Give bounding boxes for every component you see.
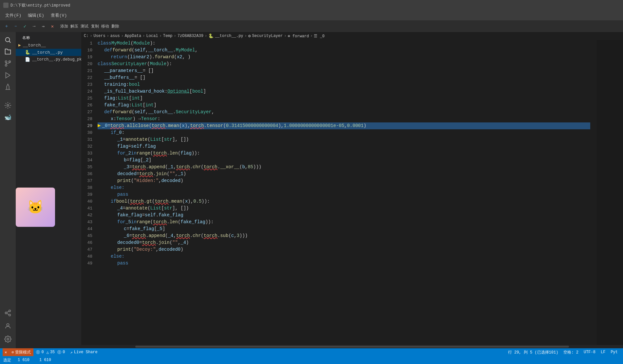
- activity-icon-docker[interactable]: 🐋: [3, 112, 13, 122]
- line-num-20: 20: [84, 61, 92, 67]
- status-close-btn[interactable]: ✕: [3, 348, 9, 356]
- code-line-39: pass: [98, 191, 590, 198]
- code-line-35: _3 = torch.append(_1, torch.chr(torch.__…: [98, 164, 590, 171]
- position-label: 行 29, 列 5 (已选择101): [508, 350, 558, 355]
- status-restricted[interactable]: ⊘ 受限模式: [9, 348, 33, 356]
- info-count: 0: [63, 350, 65, 355]
- line-num-19: 19: [84, 54, 92, 61]
- svg-marker-5: [6, 73, 10, 78]
- line-num-30: 30: [84, 129, 92, 136]
- sidebar-item-torch-py[interactable]: 🐍 __torch__.py: [16, 49, 81, 56]
- line-num-10: 10: [84, 47, 92, 54]
- code-line-47: print("Decoy:", decoded0): [98, 246, 590, 253]
- line-num-45: 45: [84, 232, 92, 239]
- line-num-48: 48: [84, 253, 92, 260]
- sidebar-title: 名称: [16, 32, 81, 42]
- menu-item-edit[interactable]: 编辑(E): [25, 12, 47, 19]
- line-num-27: 27: [84, 109, 92, 116]
- code-content[interactable]: class MyModel(Module): def forward(self,…: [98, 40, 597, 345]
- folder-label: __torch__: [23, 43, 46, 48]
- code-line-44: c = fake_flag[_5]: [98, 226, 590, 232]
- editor-area: C: › Users › asus › AppData › Local › Te…: [81, 32, 623, 348]
- activity-icon-share[interactable]: [3, 308, 13, 318]
- activity-icon-test[interactable]: [3, 82, 13, 92]
- activity-icon-git[interactable]: [3, 58, 13, 69]
- toolbar-forward-btn[interactable]: →: [30, 22, 38, 30]
- activity-icon-settings[interactable]: [3, 334, 13, 344]
- code-line-40: if bool(torch.gt(torch.mean(x), 0.5)):: [98, 198, 590, 205]
- status-encoding[interactable]: UTF-8: [581, 348, 598, 356]
- python-file-icon: 🐍: [25, 50, 30, 55]
- code-line-45: _6 = torch.append(_4, torch.chr(torch.su…: [98, 232, 590, 239]
- svg-point-8: [5, 312, 7, 314]
- breadcrumb: C: › Users › asus › AppData › Local › Te…: [81, 32, 623, 40]
- status-liveshare[interactable]: ↗ Live Share: [68, 348, 100, 356]
- breadcrumb-users: Users: [94, 34, 105, 38]
- torch-debug-label: __torch__.py.debug_pkl: [32, 57, 81, 62]
- breadcrumb-0: ☰ _0: [314, 34, 325, 39]
- line-num-46: 46: [84, 239, 92, 246]
- activity-icon-explorer[interactable]: [3, 46, 13, 57]
- breadcrumb-security: SecurityLayer: [252, 34, 283, 38]
- line-num-47: 47: [84, 246, 92, 253]
- sidebar-item-torch-folder[interactable]: ▶ __torch__: [16, 42, 81, 49]
- code-line-38: else:: [98, 184, 590, 191]
- activity-icon-run[interactable]: [3, 70, 13, 81]
- breadcrumb-class-icon: ⚙: [248, 33, 251, 39]
- line-num-37: 37: [84, 177, 92, 184]
- toolbar-check-btn[interactable]: ✓: [21, 22, 29, 30]
- line-num-43: 43: [84, 219, 92, 226]
- status-position[interactable]: 行 29, 列 5 (已选择101): [505, 348, 561, 356]
- status-indent[interactable]: 空格: 2: [561, 348, 581, 356]
- svg-point-13: [7, 338, 9, 340]
- selection-label: 选定: [3, 357, 11, 363]
- selection-val2: 1 610: [39, 358, 51, 362]
- line-num-24: 24: [84, 88, 92, 95]
- line-num-29: 29: [84, 122, 92, 129]
- status-eol[interactable]: LF: [598, 348, 608, 356]
- code-line-43: for _5 in range(torch.len(fake_flag)):: [98, 219, 590, 226]
- status-language[interactable]: Pyt: [608, 348, 620, 356]
- line-numbers: 1 10 19 20 21 22 23 24 25 26 27 28 29 30…: [81, 40, 98, 345]
- activity-icon-search[interactable]: [3, 35, 13, 45]
- line-num-22: 22: [84, 74, 92, 81]
- sidebar-item-torch-debug[interactable]: 📄 __torch__.py.debug_pkl: [16, 56, 81, 63]
- title-bar-icon: [3, 3, 9, 8]
- line-num-32: 32: [84, 143, 92, 150]
- code-line-22: __buffers__ = []: [98, 74, 590, 81]
- code-line-29: ▶ _0 = torch.allclose(torch.mean(x), tor…: [98, 122, 590, 129]
- breadcrumb-local: Local: [146, 34, 158, 38]
- menu-item-view[interactable]: 查看(V): [48, 12, 69, 19]
- code-editor[interactable]: 1 10 19 20 21 22 23 24 25 26 27 28 29 30…: [81, 40, 623, 345]
- toolbar-stepover-btn[interactable]: ⇒: [39, 22, 47, 30]
- svg-point-6: [7, 104, 9, 106]
- line-num-26: 26: [84, 102, 92, 109]
- activity-icon-extensions[interactable]: [3, 100, 13, 111]
- restricted-label: 受限模式: [15, 350, 31, 355]
- horizontal-scrollbar[interactable]: [81, 345, 623, 348]
- error-icon: ⓪: [36, 350, 40, 355]
- svg-point-9: [9, 314, 11, 316]
- breadcrumb-temp: Temp: [163, 34, 173, 38]
- toolbar-add-btn[interactable]: ＋: [3, 22, 10, 30]
- code-line-19: return (linear2).forward(x2, ): [98, 54, 590, 61]
- warning-icon: △: [47, 350, 49, 355]
- encoding-label: UTF-8: [584, 350, 595, 355]
- torch-py-label: __torch__.py: [32, 50, 63, 55]
- toolbar-remove-btn[interactable]: －: [12, 22, 20, 30]
- svg-point-12: [7, 324, 9, 326]
- toolbar-stop-btn[interactable]: ✕: [48, 22, 56, 30]
- line-num-33: 33: [84, 150, 92, 157]
- breadcrumb-forward: ⊕ forward: [288, 34, 309, 39]
- menu-bar: 文件(F) 编辑(E) 查看(V): [0, 10, 623, 20]
- status-errors[interactable]: ⓪ 0 △ 35 ⓪ 0: [33, 348, 67, 356]
- activity-icon-account[interactable]: [3, 321, 13, 331]
- code-line-21: __parameters__ = []: [98, 67, 590, 74]
- toolbar-extra-label: 添加 解压 测试 复制 移动 删除: [60, 24, 119, 29]
- title-bar: D:\下载\entity.pt\improved: [0, 0, 623, 10]
- menu-item-file[interactable]: 文件(F): [3, 12, 24, 19]
- breadcrumb-appdata: AppData: [125, 34, 141, 38]
- main-layout: 🐋 名称 ▶ __torch__ 🐍 __torch__.py 📄 __torc…: [0, 32, 623, 348]
- activity-bar: 🐋: [0, 32, 16, 348]
- breadcrumb-torch-py: __torch__.py: [215, 34, 243, 38]
